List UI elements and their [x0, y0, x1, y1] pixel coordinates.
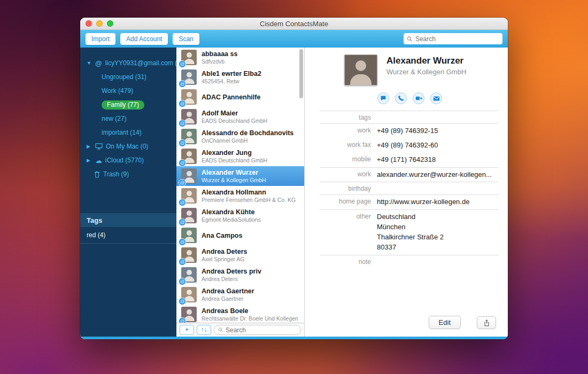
contact-text: ADAC Pannenhilfe [202, 94, 260, 101]
contact-avatar: @ [181, 109, 197, 124]
global-search-input[interactable] [415, 35, 499, 43]
email-button[interactable] [430, 92, 442, 104]
group-label: Work (479) [102, 87, 133, 95]
computer-icon [95, 143, 103, 150]
sidebar: ▼ @ licyYY0931@gmail.com (... Ungrouped … [80, 48, 176, 337]
contact-avatar: @ [181, 168, 197, 184]
share-button[interactable] [477, 316, 496, 329]
sidebar-item-on-my-mac[interactable]: ▶ On My Mac (0) [80, 139, 176, 153]
disclosure-triangle-icon[interactable]: ▶ [87, 144, 92, 149]
field-value: Deutschland München Thalkirchner Straße … [377, 212, 498, 252]
contact-name: Alexander Jung [202, 149, 267, 157]
contact-text: Andreas Boele Rechtsanwälte Dr. Boele Un… [202, 307, 298, 322]
add-contact-button[interactable]: + [180, 325, 194, 335]
at-badge-icon: @ [179, 60, 186, 68]
contact-text: Alexandra Kühte Egmont MediaSolutions [202, 208, 261, 223]
contact-row[interactable]: @ Alexandra Hollmann Premiere Fernsehen … [176, 186, 304, 206]
at-badge-icon: @ [179, 238, 186, 246]
sidebar-item-new[interactable]: new (27) [80, 112, 176, 126]
field-value: +49 (89) 746392-15 [377, 126, 498, 136]
contact-text: Alessandro de Bochdanovits OnChannel Gmb… [202, 129, 293, 144]
sidebar-item-icloud[interactable]: ▶ ☁ iCloud (5770) [80, 153, 176, 167]
sidebar-item-ungrouped[interactable]: Ungrouped (31) [80, 70, 176, 84]
contact-name: abbaaaa ss [202, 50, 237, 58]
field-label: work [320, 170, 371, 178]
contact-name: Alexandra Kühte [202, 208, 261, 216]
sidebar-tag-red[interactable]: red (4) [80, 227, 176, 244]
contact-row[interactable]: @ Alexander Jung EADS Deutschland GmbH [176, 146, 304, 166]
detail-field-row: mobile +49 (171) 7642318 [320, 153, 498, 168]
at-badge-icon: @ [179, 219, 186, 226]
contact-row[interactable]: @ Alessandro de Bochdanovits OnChannel G… [176, 127, 304, 146]
contact-subtitle: Sdfvzdvb [202, 58, 237, 65]
sidebar-item-trash[interactable]: Trash (9) [80, 167, 176, 181]
sidebar-item-work[interactable]: Work (479) [80, 84, 176, 98]
contact-name: Ana Campos [202, 232, 242, 239]
detail-field-row: other Deutschland München Thalkirchner S… [320, 210, 498, 255]
detail-identity: Alexander Wurzer Wurzer & Kollegen GmbH [386, 54, 466, 85]
video-call-button[interactable] [413, 92, 424, 104]
contact-list-footer: + ↑↓ [176, 323, 304, 337]
contact-row[interactable]: @ ADAC Pannenhilfe [176, 87, 304, 107]
contact-row[interactable]: @ Alexander Wurzer Wurzer & Kollegen Gmb… [176, 166, 304, 186]
contact-name: Alessandro de Bochdanovits [202, 129, 293, 137]
import-button[interactable]: Import [86, 33, 115, 45]
contact-row[interactable]: @ Andrea Gaertner Andrea Gaertner [176, 285, 304, 305]
contact-row[interactable]: @ Adolf Maier EADS Deutschland GmbH [176, 107, 304, 127]
minimize-button[interactable] [96, 20, 103, 27]
contact-subtitle: Premiere Fernsehen GmbH & Co. KG [202, 197, 296, 203]
call-button[interactable] [395, 92, 407, 104]
sidebar-item-family[interactable]: Family (77) [80, 98, 176, 112]
contact-name: Alexander Wurzer [202, 169, 266, 176]
field-value: +49 (89) 746392-60 [377, 141, 498, 151]
list-search-field[interactable] [214, 325, 301, 335]
close-button[interactable] [86, 20, 92, 27]
scan-button[interactable]: Scan [173, 33, 199, 45]
detail-field-row: birthday [320, 182, 498, 195]
contact-subtitle: Axel Springer AG [202, 256, 247, 262]
message-button[interactable] [377, 92, 389, 104]
add-account-button[interactable]: Add Account [120, 33, 168, 45]
detail-field-row: work fax +49 (89) 746392-60 [320, 138, 498, 153]
field-value: http://www.wurzer-kollegen.de [377, 197, 498, 207]
field-label: work fax [320, 141, 371, 149]
on-my-mac-label: On My Mac (0) [106, 143, 148, 150]
contact-row[interactable]: @ abbaaaa ss Sdfvzdvb [176, 48, 304, 67]
contact-name: Andrea Deters [202, 248, 247, 255]
title-bar[interactable]: Cisdem ContactsMate [80, 18, 508, 30]
zoom-button[interactable] [107, 20, 113, 27]
disclosure-triangle-icon[interactable]: ▼ [87, 60, 92, 66]
field-label: other [320, 212, 371, 220]
field-label: birthday [320, 184, 371, 192]
trash-label: Trash (9) [103, 170, 129, 178]
at-badge-icon: @ [179, 80, 186, 88]
contact-row[interactable]: @ Able1 ewrter Elba2 4525454, Retw [176, 67, 304, 87]
detail-company: Wurzer & Kollegen GmbH [386, 68, 466, 76]
detail-field-row: tags [320, 111, 498, 124]
contact-avatar: @ [181, 89, 197, 105]
sort-button[interactable]: ↑↓ [197, 325, 211, 335]
cloud-icon: ☁ [95, 157, 102, 165]
icloud-label: iCloud (5770) [105, 157, 144, 164]
contact-row[interactable]: @ Andrea Deters priv Andrea Deters [176, 265, 304, 285]
scrollbar-thumb[interactable] [299, 49, 303, 98]
tag-label: red (4) [87, 231, 105, 239]
contact-row[interactable]: @ Andreas Boele Rechtsanwälte Dr. Boele … [176, 305, 304, 323]
edit-button[interactable]: Edit [429, 316, 461, 329]
contact-avatar: @ [181, 228, 197, 243]
disclosure-triangle-icon[interactable]: ▶ [87, 158, 92, 163]
contact-text: Alexandra Hollmann Premiere Fernsehen Gm… [202, 189, 296, 203]
contact-avatar: @ [181, 188, 197, 204]
contact-row[interactable]: @ Alexandra Kühte Egmont MediaSolutions [176, 206, 304, 225]
sidebar-item-important[interactable]: important (14) [80, 126, 176, 139]
list-search-input[interactable] [226, 326, 297, 334]
contact-name: Alexandra Hollmann [202, 189, 296, 196]
contact-avatar: @ [181, 149, 197, 164]
global-search-field[interactable] [404, 33, 502, 44]
contact-row[interactable]: @ Ana Campos [176, 225, 304, 245]
contact-row[interactable]: @ Andrea Deters Axel Springer AG [176, 245, 304, 265]
contact-text: Alexander Wurzer Wurzer & Kollegen GmbH [202, 169, 266, 183]
main-content: ▼ @ licyYY0931@gmail.com (... Ungrouped … [80, 48, 508, 337]
sidebar-account[interactable]: ▼ @ licyYY0931@gmail.com (... [80, 56, 176, 70]
field-label: work [320, 126, 371, 134]
